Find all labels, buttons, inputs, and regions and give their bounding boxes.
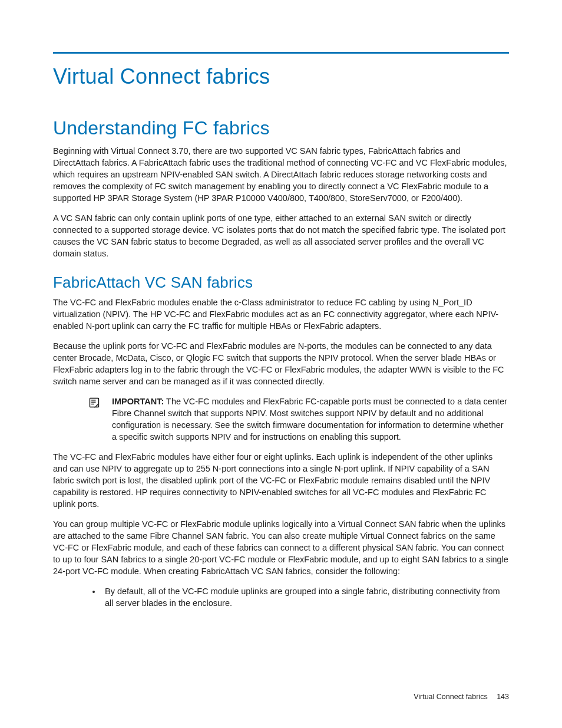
important-note: IMPORTANT: The VC-FC modules and FlexFab… (88, 396, 509, 443)
document-page: Virtual Connect fabrics Understanding FC… (0, 0, 562, 728)
note-icon (88, 396, 112, 411)
svg-rect-0 (90, 398, 99, 407)
bullet-list: By default, all of the VC-FC module upli… (88, 585, 509, 609)
list-item: By default, all of the VC-FC module upli… (101, 585, 509, 609)
subsection-heading-fabricattach: FabricAttach VC SAN fabrics (53, 274, 509, 292)
footer-title: Virtual Connect fabrics (414, 693, 488, 701)
paragraph: A VC SAN fabric can only contain uplink … (53, 212, 509, 259)
paragraph: The VC-FC and FlexFabric modules enable … (53, 297, 509, 332)
important-text: IMPORTANT: The VC-FC modules and FlexFab… (112, 396, 509, 443)
paragraph: The VC-FC and FlexFabric modules have ei… (53, 451, 509, 510)
important-body: The VC-FC modules and FlexFabric FC-capa… (112, 397, 507, 442)
section-heading-understanding-fc-fabrics: Understanding FC fabrics (53, 117, 509, 139)
page-footer: Virtual Connect fabrics 143 (414, 693, 509, 701)
important-label: IMPORTANT: (112, 397, 164, 406)
paragraph: Beginning with Virtual Connect 3.70, the… (53, 145, 509, 204)
page-number: 143 (497, 693, 509, 701)
paragraph: Because the uplink ports for VC-FC and F… (53, 340, 509, 387)
top-rule (53, 52, 509, 54)
paragraph: You can group multiple VC-FC or FlexFabr… (53, 518, 509, 577)
page-title: Virtual Connect fabrics (53, 64, 509, 89)
